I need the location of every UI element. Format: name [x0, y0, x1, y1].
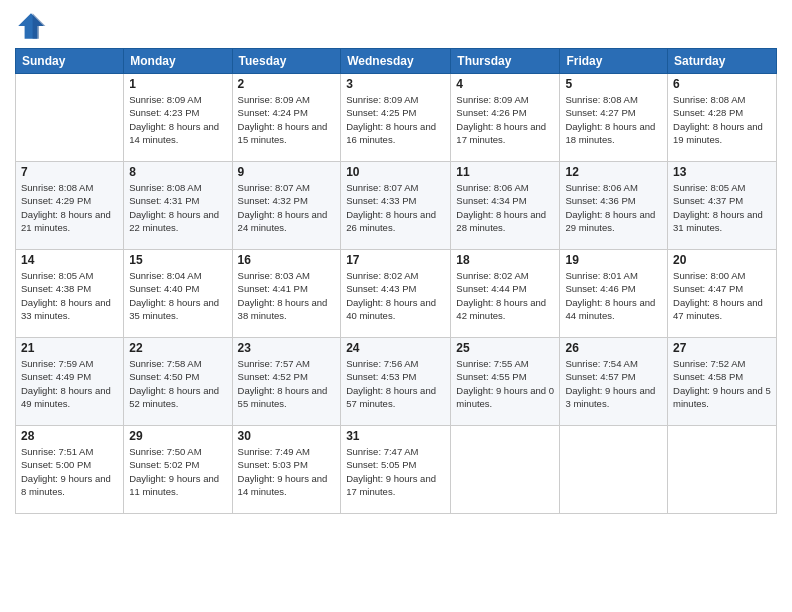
day-info: Sunrise: 7:54 AMSunset: 4:57 PMDaylight:…: [565, 357, 662, 410]
calendar-cell: 1Sunrise: 8:09 AMSunset: 4:23 PMDaylight…: [124, 74, 232, 162]
day-number: 21: [21, 341, 118, 355]
calendar-cell: 18Sunrise: 8:02 AMSunset: 4:44 PMDayligh…: [451, 250, 560, 338]
day-info: Sunrise: 8:08 AMSunset: 4:29 PMDaylight:…: [21, 181, 118, 234]
day-number: 24: [346, 341, 445, 355]
day-number: 5: [565, 77, 662, 91]
day-info: Sunrise: 7:50 AMSunset: 5:02 PMDaylight:…: [129, 445, 226, 498]
calendar-cell: 29Sunrise: 7:50 AMSunset: 5:02 PMDayligh…: [124, 426, 232, 514]
day-number: 9: [238, 165, 336, 179]
calendar-cell: 2Sunrise: 8:09 AMSunset: 4:24 PMDaylight…: [232, 74, 341, 162]
weekday-header: Thursday: [451, 49, 560, 74]
calendar-cell: 30Sunrise: 7:49 AMSunset: 5:03 PMDayligh…: [232, 426, 341, 514]
calendar-week-row: 14Sunrise: 8:05 AMSunset: 4:38 PMDayligh…: [16, 250, 777, 338]
day-info: Sunrise: 7:52 AMSunset: 4:58 PMDaylight:…: [673, 357, 771, 410]
day-info: Sunrise: 8:08 AMSunset: 4:27 PMDaylight:…: [565, 93, 662, 146]
day-info: Sunrise: 7:49 AMSunset: 5:03 PMDaylight:…: [238, 445, 336, 498]
calendar-week-row: 7Sunrise: 8:08 AMSunset: 4:29 PMDaylight…: [16, 162, 777, 250]
day-number: 14: [21, 253, 118, 267]
calendar-week-row: 21Sunrise: 7:59 AMSunset: 4:49 PMDayligh…: [16, 338, 777, 426]
day-info: Sunrise: 7:58 AMSunset: 4:50 PMDaylight:…: [129, 357, 226, 410]
day-info: Sunrise: 8:06 AMSunset: 4:36 PMDaylight:…: [565, 181, 662, 234]
calendar-cell: [668, 426, 777, 514]
day-info: Sunrise: 8:05 AMSunset: 4:38 PMDaylight:…: [21, 269, 118, 322]
calendar-cell: 31Sunrise: 7:47 AMSunset: 5:05 PMDayligh…: [341, 426, 451, 514]
calendar-table: SundayMondayTuesdayWednesdayThursdayFrid…: [15, 48, 777, 514]
calendar-cell: 22Sunrise: 7:58 AMSunset: 4:50 PMDayligh…: [124, 338, 232, 426]
day-info: Sunrise: 7:56 AMSunset: 4:53 PMDaylight:…: [346, 357, 445, 410]
calendar-cell: 28Sunrise: 7:51 AMSunset: 5:00 PMDayligh…: [16, 426, 124, 514]
day-number: 16: [238, 253, 336, 267]
calendar-cell: 25Sunrise: 7:55 AMSunset: 4:55 PMDayligh…: [451, 338, 560, 426]
calendar-cell: [451, 426, 560, 514]
day-number: 10: [346, 165, 445, 179]
header: [15, 10, 777, 42]
day-number: 22: [129, 341, 226, 355]
weekday-header: Saturday: [668, 49, 777, 74]
day-info: Sunrise: 8:08 AMSunset: 4:31 PMDaylight:…: [129, 181, 226, 234]
calendar-cell: 6Sunrise: 8:08 AMSunset: 4:28 PMDaylight…: [668, 74, 777, 162]
day-number: 23: [238, 341, 336, 355]
day-number: 17: [346, 253, 445, 267]
day-number: 20: [673, 253, 771, 267]
day-number: 3: [346, 77, 445, 91]
day-number: 11: [456, 165, 554, 179]
weekday-header: Monday: [124, 49, 232, 74]
day-info: Sunrise: 7:55 AMSunset: 4:55 PMDaylight:…: [456, 357, 554, 410]
calendar-cell: 26Sunrise: 7:54 AMSunset: 4:57 PMDayligh…: [560, 338, 668, 426]
day-number: 19: [565, 253, 662, 267]
calendar-cell: 17Sunrise: 8:02 AMSunset: 4:43 PMDayligh…: [341, 250, 451, 338]
day-number: 6: [673, 77, 771, 91]
day-number: 8: [129, 165, 226, 179]
day-info: Sunrise: 8:07 AMSunset: 4:32 PMDaylight:…: [238, 181, 336, 234]
calendar-cell: 12Sunrise: 8:06 AMSunset: 4:36 PMDayligh…: [560, 162, 668, 250]
day-info: Sunrise: 8:04 AMSunset: 4:40 PMDaylight:…: [129, 269, 226, 322]
calendar-cell: 14Sunrise: 8:05 AMSunset: 4:38 PMDayligh…: [16, 250, 124, 338]
calendar-cell: 24Sunrise: 7:56 AMSunset: 4:53 PMDayligh…: [341, 338, 451, 426]
calendar-cell: 27Sunrise: 7:52 AMSunset: 4:58 PMDayligh…: [668, 338, 777, 426]
day-info: Sunrise: 7:47 AMSunset: 5:05 PMDaylight:…: [346, 445, 445, 498]
logo-icon: [15, 10, 47, 42]
calendar-week-row: 28Sunrise: 7:51 AMSunset: 5:00 PMDayligh…: [16, 426, 777, 514]
page: SundayMondayTuesdayWednesdayThursdayFrid…: [0, 0, 792, 612]
day-number: 12: [565, 165, 662, 179]
day-info: Sunrise: 8:00 AMSunset: 4:47 PMDaylight:…: [673, 269, 771, 322]
day-info: Sunrise: 7:59 AMSunset: 4:49 PMDaylight:…: [21, 357, 118, 410]
weekday-header: Sunday: [16, 49, 124, 74]
day-number: 13: [673, 165, 771, 179]
day-info: Sunrise: 8:09 AMSunset: 4:26 PMDaylight:…: [456, 93, 554, 146]
day-number: 15: [129, 253, 226, 267]
day-info: Sunrise: 8:02 AMSunset: 4:44 PMDaylight:…: [456, 269, 554, 322]
calendar-cell: 13Sunrise: 8:05 AMSunset: 4:37 PMDayligh…: [668, 162, 777, 250]
day-info: Sunrise: 7:51 AMSunset: 5:00 PMDaylight:…: [21, 445, 118, 498]
calendar-cell: 23Sunrise: 7:57 AMSunset: 4:52 PMDayligh…: [232, 338, 341, 426]
svg-marker-1: [33, 13, 46, 39]
calendar-cell: 19Sunrise: 8:01 AMSunset: 4:46 PMDayligh…: [560, 250, 668, 338]
day-info: Sunrise: 8:05 AMSunset: 4:37 PMDaylight:…: [673, 181, 771, 234]
day-number: 29: [129, 429, 226, 443]
day-info: Sunrise: 8:03 AMSunset: 4:41 PMDaylight:…: [238, 269, 336, 322]
calendar-cell: 10Sunrise: 8:07 AMSunset: 4:33 PMDayligh…: [341, 162, 451, 250]
day-info: Sunrise: 8:09 AMSunset: 4:23 PMDaylight:…: [129, 93, 226, 146]
calendar-cell: 9Sunrise: 8:07 AMSunset: 4:32 PMDaylight…: [232, 162, 341, 250]
calendar-cell: 4Sunrise: 8:09 AMSunset: 4:26 PMDaylight…: [451, 74, 560, 162]
day-info: Sunrise: 8:02 AMSunset: 4:43 PMDaylight:…: [346, 269, 445, 322]
day-info: Sunrise: 8:07 AMSunset: 4:33 PMDaylight:…: [346, 181, 445, 234]
day-number: 4: [456, 77, 554, 91]
day-number: 30: [238, 429, 336, 443]
day-number: 26: [565, 341, 662, 355]
calendar-cell: [560, 426, 668, 514]
calendar-cell: 5Sunrise: 8:08 AMSunset: 4:27 PMDaylight…: [560, 74, 668, 162]
day-number: 1: [129, 77, 226, 91]
day-info: Sunrise: 7:57 AMSunset: 4:52 PMDaylight:…: [238, 357, 336, 410]
day-number: 27: [673, 341, 771, 355]
calendar-cell: 8Sunrise: 8:08 AMSunset: 4:31 PMDaylight…: [124, 162, 232, 250]
day-number: 28: [21, 429, 118, 443]
calendar-cell: 3Sunrise: 8:09 AMSunset: 4:25 PMDaylight…: [341, 74, 451, 162]
day-number: 18: [456, 253, 554, 267]
weekday-header: Wednesday: [341, 49, 451, 74]
day-info: Sunrise: 8:08 AMSunset: 4:28 PMDaylight:…: [673, 93, 771, 146]
calendar-cell: 15Sunrise: 8:04 AMSunset: 4:40 PMDayligh…: [124, 250, 232, 338]
weekday-header: Tuesday: [232, 49, 341, 74]
calendar-week-row: 1Sunrise: 8:09 AMSunset: 4:23 PMDaylight…: [16, 74, 777, 162]
weekday-header: Friday: [560, 49, 668, 74]
